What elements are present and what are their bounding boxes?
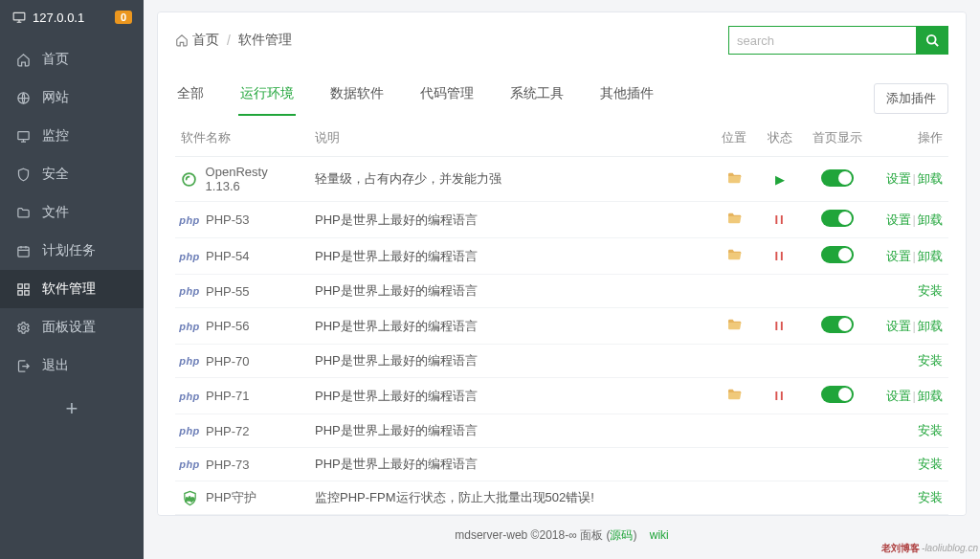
software-name: PHP守护 xyxy=(206,489,256,506)
home-toggle[interactable] xyxy=(821,386,854,403)
home-toggle[interactable] xyxy=(821,210,854,227)
uninstall-link[interactable]: 卸载 xyxy=(918,171,943,186)
table-row: phpPHP-54PHP是世界上最好的编程语言II设置|卸载 xyxy=(175,238,948,275)
settings-link[interactable]: 设置 xyxy=(886,212,911,227)
search-button[interactable] xyxy=(916,26,948,55)
install-link[interactable]: 安装 xyxy=(918,423,943,437)
software-name: PHP-71 xyxy=(206,389,250,403)
uninstall-link[interactable]: 卸载 xyxy=(918,389,943,403)
table-row: phpPHP-53PHP是世界上最好的编程语言II设置|卸载 xyxy=(175,202,948,238)
add-plugin-button[interactable]: 添加插件 xyxy=(874,83,948,114)
pause-icon[interactable]: II xyxy=(774,249,785,263)
svg-point-10 xyxy=(183,173,195,186)
pause-icon[interactable]: II xyxy=(774,389,785,403)
notification-badge[interactable]: 0 xyxy=(115,11,132,24)
uninstall-link[interactable]: 卸载 xyxy=(918,249,943,263)
sidebar-item-label: 监控 xyxy=(42,127,69,145)
breadcrumb: 首页 / 软件管理 xyxy=(175,32,292,49)
software-name: PHP-53 xyxy=(206,212,250,227)
wiki-link[interactable]: wiki xyxy=(650,528,669,542)
svg-rect-0 xyxy=(13,12,25,20)
sidebar-item-globe[interactable]: 网站 xyxy=(0,78,144,117)
table-row: phpPHP-72PHP是世界上最好的编程语言安装 xyxy=(175,414,948,448)
sidebar-item-monitor[interactable]: 监控 xyxy=(0,117,144,155)
software-name: PHP-72 xyxy=(206,424,250,438)
install-link[interactable]: 安装 xyxy=(918,457,943,471)
th-ops: 操作 xyxy=(872,120,948,157)
th-status: 状态 xyxy=(757,120,803,157)
sidebar-item-calendar[interactable]: 计划任务 xyxy=(0,232,144,270)
folder-icon[interactable] xyxy=(726,214,742,229)
source-link[interactable]: 源码 xyxy=(610,528,633,542)
sidebar-item-label: 退出 xyxy=(42,357,69,374)
install-link[interactable]: 安装 xyxy=(918,283,943,298)
software-desc: PHP是世界上最好的编程语言 xyxy=(309,448,711,481)
sidebar-item-label: 首页 xyxy=(42,51,69,68)
play-icon[interactable]: ▶ xyxy=(775,172,785,187)
search-box xyxy=(728,26,948,55)
folder-icon[interactable] xyxy=(726,391,742,405)
pause-icon[interactable]: II xyxy=(774,212,785,227)
install-link[interactable]: 安装 xyxy=(918,353,943,368)
home-toggle[interactable] xyxy=(821,246,854,263)
svg-point-8 xyxy=(21,325,25,329)
php-icon: php xyxy=(181,388,198,405)
sidebar-item-label: 安全 xyxy=(42,166,69,183)
tab-0[interactable]: 全部 xyxy=(175,81,206,116)
software-desc: PHP是世界上最好的编程语言 xyxy=(309,414,711,448)
main-area: 首页 / 软件管理 全部运行环境数据软件代码管理系统工具其他插件 添加插件 xyxy=(144,0,980,559)
table-row: phpPHP-56PHP是世界上最好的编程语言II设置|卸载 xyxy=(175,308,948,345)
php-icon: php xyxy=(181,318,198,335)
svg-rect-2 xyxy=(17,131,28,139)
svg-rect-3 xyxy=(17,247,28,257)
software-desc: PHP是世界上最好的编程语言 xyxy=(309,308,711,345)
home-toggle[interactable] xyxy=(821,316,854,333)
settings-link[interactable]: 设置 xyxy=(886,171,911,186)
add-menu-button[interactable]: + xyxy=(0,385,144,433)
software-name: OpenResty 1.13.6 xyxy=(206,165,303,193)
category-tabs: 全部运行环境数据软件代码管理系统工具其他插件 xyxy=(175,81,656,116)
software-desc: PHP是世界上最好的编程语言 xyxy=(309,275,711,308)
tab-3[interactable]: 代码管理 xyxy=(418,81,476,116)
settings-link[interactable]: 设置 xyxy=(886,249,911,263)
sidebar-item-folder[interactable]: 文件 xyxy=(0,193,144,232)
sidebar-item-label: 网站 xyxy=(42,89,69,106)
tab-1[interactable]: 运行环境 xyxy=(238,81,296,116)
home-toggle[interactable] xyxy=(821,169,854,187)
sidebar: 127.0.0.1 0 首页网站监控安全文件计划任务软件管理面板设置退出 + xyxy=(0,0,144,559)
sidebar-item-shield[interactable]: 安全 xyxy=(0,155,144,193)
php-icon: php xyxy=(181,456,198,473)
uninstall-link[interactable]: 卸载 xyxy=(918,212,943,227)
svg-rect-7 xyxy=(24,290,28,294)
sidebar-item-home[interactable]: 首页 xyxy=(0,40,144,78)
table-row: phpPHP-55PHP是世界上最好的编程语言安装 xyxy=(175,275,948,308)
uninstall-link[interactable]: 卸载 xyxy=(918,319,943,333)
tab-2[interactable]: 数据软件 xyxy=(328,81,386,116)
pause-icon[interactable]: II xyxy=(774,319,785,333)
server-ip: 127.0.0.1 xyxy=(11,10,84,25)
sidebar-item-grid[interactable]: 软件管理 xyxy=(0,270,144,308)
table-row: OpenResty 1.13.6轻量级，占有内存少，并发能力强▶设置|卸载 xyxy=(175,157,948,202)
monitor-icon xyxy=(11,10,27,25)
tab-5[interactable]: 其他插件 xyxy=(598,81,656,116)
settings-link[interactable]: 设置 xyxy=(886,319,911,333)
folder-icon[interactable] xyxy=(726,251,742,265)
settings-link[interactable]: 设置 xyxy=(886,389,911,403)
search-input[interactable] xyxy=(728,26,916,55)
php-icon: php xyxy=(181,352,198,369)
sidebar-item-gear[interactable]: 面板设置 xyxy=(0,308,144,347)
software-desc: PHP是世界上最好的编程语言 xyxy=(309,238,711,275)
phpguard-icon: php xyxy=(181,489,198,506)
folder-icon[interactable] xyxy=(726,321,742,335)
breadcrumb-home[interactable]: 首页 xyxy=(175,32,219,49)
svg-rect-6 xyxy=(17,290,21,294)
sidebar-item-logout[interactable]: 退出 xyxy=(0,347,144,385)
sidebar-item-label: 面板设置 xyxy=(42,319,96,336)
install-link[interactable]: 安装 xyxy=(918,490,943,504)
sidebar-item-label: 文件 xyxy=(42,204,69,221)
grid-icon xyxy=(15,281,31,297)
th-home: 首页显示 xyxy=(803,120,872,157)
tab-4[interactable]: 系统工具 xyxy=(508,81,566,116)
folder-icon[interactable] xyxy=(726,174,742,189)
sidebar-header: 127.0.0.1 0 xyxy=(0,0,144,34)
